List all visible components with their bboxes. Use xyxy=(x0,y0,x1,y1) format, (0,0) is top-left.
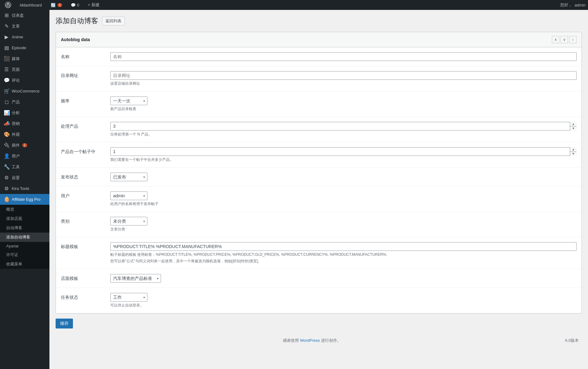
save-button[interactable]: 储存 xyxy=(56,319,73,328)
form-row-user: 用户 admin ▾ 此用户的名称将用于发布帖子 xyxy=(56,187,582,212)
name-input[interactable] xyxy=(110,52,577,61)
sidebar-sub-item-add-shop[interactable]: 添加店面 xyxy=(0,214,49,223)
publish-status-select[interactable]: 已发布 草稿 待审 xyxy=(110,173,147,181)
card-sort-button[interactable]: ↕ xyxy=(569,36,577,43)
sidebar-sub-item-ayarlar[interactable]: Ayarlar xyxy=(0,242,49,250)
products-in-post-input[interactable] xyxy=(110,147,577,156)
marketing-icon: 📣 xyxy=(4,121,9,127)
sidebar-item-media[interactable]: ⬛ 媒体 xyxy=(0,53,49,64)
frequency-label: 频率 xyxy=(61,97,110,104)
task-status-select-wrap: 工作 停止 ▾ xyxy=(110,293,147,302)
site-name-button[interactable]: lddashboard xyxy=(17,0,44,10)
products-in-post-increment[interactable]: ▲ xyxy=(570,147,577,152)
sidebar-item-tools[interactable]: 🔧 工具 xyxy=(0,161,49,172)
sidebar-item-label: 工具 xyxy=(12,164,20,170)
sidebar-item-label: 营销 xyxy=(12,121,20,127)
license-label: 许可证 xyxy=(6,252,18,258)
sidebar-item-dashboard[interactable]: ⊞ 仪表盘 xyxy=(0,10,49,21)
title-template-hint2: 您可以将"公式"与同义词列表一起使用，其中一个将被选为随机选项，例如[折扣|特价… xyxy=(110,259,577,264)
frequency-select[interactable]: 一天一次 每小时 每天 每周 xyxy=(110,97,147,105)
sidebar-item-settings[interactable]: ⚙ 设置 xyxy=(0,172,49,183)
sidebar-item-posts[interactable]: ✎ 文章 xyxy=(0,21,49,32)
catalog-url-input[interactable] xyxy=(110,71,577,80)
card-actions: ∧ ∨ ↕ xyxy=(552,36,577,43)
dashboard-icon: ⊞ xyxy=(4,12,9,18)
comments-icon: 💬 xyxy=(4,77,9,83)
media-icon: ⬛ xyxy=(4,56,9,62)
comments-button[interactable]: 💬 0 xyxy=(68,0,82,10)
user-select[interactable]: admin xyxy=(110,191,147,200)
sidebar-item-label: 媒体 xyxy=(12,56,20,62)
process-products-hint: 仅将处理第一个 N 产品。 xyxy=(110,132,577,137)
title-template-control: 帖子标题的模板 使用标签：%PRODUCT.TITLE%, %PRODUCT.P… xyxy=(110,242,577,264)
sidebar-item-label: WooCommerce xyxy=(12,89,40,93)
form-row-title-template: 标题模板 帖子标题的模板 使用标签：%PRODUCT.TITLE%, %PROD… xyxy=(56,237,582,269)
sidebar-item-label: Kira Tools xyxy=(12,186,29,191)
title-template-input[interactable] xyxy=(110,242,577,251)
process-products-decrement[interactable]: ▼ xyxy=(570,127,577,131)
add-autoblog-label: 添加自动博客 xyxy=(6,234,30,240)
new-content-label: + 新建 xyxy=(88,2,99,8)
sidebar-sub-item-add-autoblog[interactable]: 添加自动博客 xyxy=(0,233,49,242)
process-products-input[interactable] xyxy=(110,122,577,131)
form-row-products-in-post: 产品在一个帖子中 ▲ ▼ 我们需要在一个帖子中合并多少产品。 xyxy=(56,142,582,168)
page-title: 添加自动博客 xyxy=(56,16,98,26)
shop-template-select-wrap: 汽车博查的产品标准 ▾ xyxy=(110,274,161,283)
user-label: 用户 xyxy=(61,191,110,199)
process-products-number-wrap: ▲ ▼ xyxy=(110,122,577,131)
name-control xyxy=(110,52,577,61)
sidebar-sub-item-autoblog[interactable]: 自动博客 xyxy=(0,223,49,233)
site-name: lddashboard xyxy=(20,3,42,7)
ayarlar-label: Ayarlar xyxy=(6,244,19,248)
sidebar-item-comments[interactable]: 💬 评论 xyxy=(0,75,49,86)
appearance-icon: 🎨 xyxy=(4,131,9,137)
sidebar-item-affiliate-egg-pro[interactable]: 🥚 Affiliate Egg Pro xyxy=(0,194,49,205)
sidebar: ⊞ 仪表盘 ✎ 文章 ▶ Anime ▤ Episode ⬛ 媒体 ☰ 页面 💬… xyxy=(0,10,49,369)
sidebar-item-episode[interactable]: ▤ Episode xyxy=(0,42,49,53)
sidebar-item-plugins[interactable]: 🔌 插件 1 xyxy=(0,140,49,151)
task-status-select[interactable]: 工作 停止 xyxy=(110,293,147,302)
sidebar-item-kira-tools[interactable]: ⚙ Kira Tools xyxy=(0,183,49,194)
task-status-control: 工作 停止 ▾ 可以停止自动登录。 xyxy=(110,293,577,308)
sidebar-sub-item-license[interactable]: 许可证 xyxy=(0,250,49,260)
products-in-post-number-wrap: ▲ ▼ xyxy=(110,147,577,156)
sidebar-item-users[interactable]: 👤 用户 xyxy=(0,151,49,161)
sidebar-item-label: 外观 xyxy=(12,132,20,137)
category-select-wrap: 未分类 ▾ xyxy=(110,217,147,225)
back-to-list-button[interactable]: 返回列表 xyxy=(102,17,125,25)
footer-thanks: 感谢使用 xyxy=(283,338,299,343)
card-collapse-down-button[interactable]: ∨ xyxy=(561,36,568,43)
products-in-post-decrement[interactable]: ▼ xyxy=(570,152,577,156)
card-collapse-up-button[interactable]: ∧ xyxy=(552,36,559,43)
sidebar-item-label: 分析 xyxy=(12,110,20,116)
sidebar-item-anime[interactable]: ▶ Anime xyxy=(0,32,49,42)
category-select[interactable]: 未分类 xyxy=(110,217,147,225)
updates-button[interactable]: 🔄 5 xyxy=(48,0,65,10)
sidebar-item-pages[interactable]: ☰ 页面 xyxy=(0,64,49,75)
wp-logo-button[interactable] xyxy=(2,0,14,10)
user-select-wrap: admin ▾ xyxy=(110,191,147,200)
episode-icon: ▤ xyxy=(4,45,9,51)
footer-wp-link[interactable]: WordPress xyxy=(300,338,320,343)
sidebar-sub-item-overview[interactable]: 概览 xyxy=(0,205,49,214)
sidebar-item-analytics[interactable]: 📊 分析 xyxy=(0,107,49,118)
sidebar-sub-item-bookmarks[interactable]: 收藏菜单 xyxy=(0,260,49,269)
shop-template-select[interactable]: 汽车博查的产品标准 xyxy=(110,274,161,283)
new-content-button[interactable]: + 新建 xyxy=(85,0,102,10)
category-hint: 文章分类 xyxy=(110,227,577,232)
sidebar-item-label: 产品 xyxy=(12,99,20,105)
settings-icon: ⚙ xyxy=(4,175,9,181)
tools-icon: 🔧 xyxy=(4,164,9,170)
frequency-select-wrap: 一天一次 每小时 每天 每周 ▾ xyxy=(110,97,147,105)
process-products-increment[interactable]: ▲ xyxy=(570,122,577,127)
products-in-post-number-buttons: ▲ ▼ xyxy=(570,147,577,156)
form-row-name: 名称 xyxy=(56,47,582,66)
sidebar-item-woocommerce[interactable]: 🛒 WooCommerce xyxy=(0,86,49,97)
sidebar-item-appearance[interactable]: 🎨 外观 xyxy=(0,129,49,140)
updates-icon: 🔄 xyxy=(51,3,56,7)
form-row-shop-template: 店面模板 汽车博查的产品标准 ▾ xyxy=(56,269,582,288)
sidebar-item-products[interactable]: ◻ 产品 xyxy=(0,97,49,107)
sidebar-item-label: 设置 xyxy=(12,175,20,181)
affiliate-egg-pro-icon: 🥚 xyxy=(4,196,9,202)
sidebar-item-marketing[interactable]: 📣 营销 xyxy=(0,118,49,129)
